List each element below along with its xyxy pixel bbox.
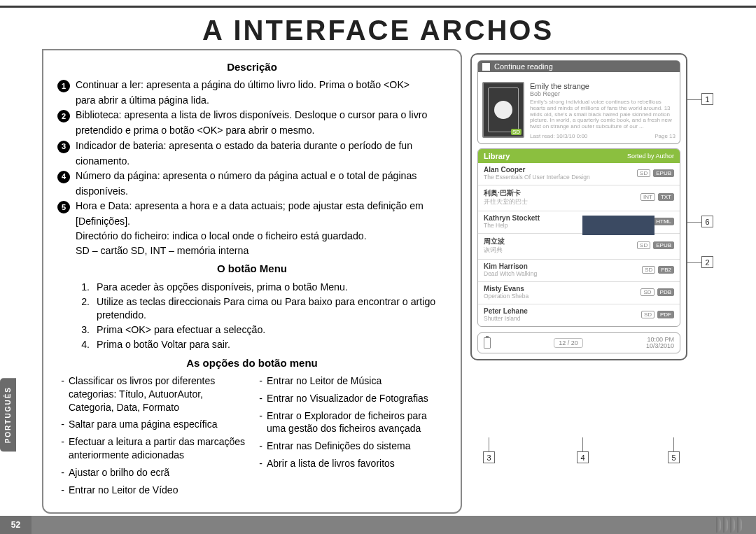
- menu-heading: O botão Menu: [57, 262, 447, 276]
- menu-steps: Para aceder às opções disponíveis, prima…: [92, 281, 447, 352]
- page-title: A INTERFACE ARCHOS: [0, 8, 756, 49]
- opt: Entrar nas Definições do sistema: [267, 440, 447, 453]
- library-row: 利奥·巴斯卡开往天堂的巴士INTTXT: [478, 185, 680, 211]
- continue-label: Continue reading: [494, 62, 553, 71]
- desc-1: Continuar a ler: apresenta a página do ú…: [76, 78, 447, 92]
- library-row: Peter LehaneShutter IslandSDPDF: [478, 304, 680, 326]
- book-cover: SD: [482, 82, 524, 138]
- library-panel: Library Sorted by Author Alan CooperThe …: [477, 148, 680, 327]
- device-frame: Continue reading SD Emily the strange Bo…: [470, 53, 687, 360]
- date: 10/3/2010: [646, 343, 674, 349]
- row-format: EPUB: [653, 241, 674, 249]
- battery-icon: [484, 337, 491, 349]
- footer-decoration: [716, 517, 742, 533]
- bullet-4: 4: [57, 171, 70, 183]
- menu-step: Prima <OK> para efectuar a selecção.: [92, 323, 447, 337]
- menu-step: Prima o botão Voltar para sair.: [92, 338, 447, 351]
- row-author: Misty Evans: [484, 285, 528, 293]
- row-loc: SD: [641, 311, 654, 318]
- bullet-3: 3: [57, 141, 70, 153]
- callout-4: 4: [577, 451, 589, 463]
- row-author: Kathryn Stockett: [484, 214, 540, 222]
- page-number: 52: [0, 516, 31, 534]
- opt: Entrar no Leitor de Música: [267, 374, 447, 388]
- row-title: 开往天堂的巴士: [484, 198, 528, 206]
- opt: Abrir a lista de livros favoritos: [267, 457, 447, 470]
- opt: Saltar para uma página específica: [69, 418, 248, 431]
- row-title: Shutter Island: [484, 315, 528, 322]
- last-read: Last read: 10/3/10 0:00: [530, 133, 587, 139]
- desc-2: Biblioteca: apresenta a lista de livros …: [76, 108, 447, 122]
- opts-left: -Classificar os livros por diferentes ca…: [57, 374, 248, 501]
- opts-right: -Entrar no Leitor de Música -Entrar no V…: [255, 374, 447, 501]
- callout-1: 1: [701, 93, 713, 105]
- continue-reading-card: Continue reading SD Emily the strange Bo…: [477, 60, 680, 144]
- callout-6: 6: [701, 216, 713, 227]
- row-format: PDF: [657, 311, 674, 318]
- bullet-5: 5: [57, 201, 70, 213]
- desc-5: Hora e Data: apresenta a hora e a data a…: [76, 199, 447, 213]
- desc-5b: [Definições].: [76, 215, 447, 228]
- bullet-1: 1: [57, 80, 70, 92]
- library-label: Library: [484, 152, 510, 160]
- text-panel: Descrição 1Continuar a ler: apresenta a …: [42, 49, 462, 514]
- opt: Entrar o Explorador de ficheiros para um…: [267, 409, 447, 436]
- desc-6a: Directório do ficheiro: indica o local o…: [76, 230, 447, 243]
- highlight-bar: [582, 216, 654, 235]
- page-indicator: Page 13: [654, 133, 676, 139]
- status-bar: 12 / 20 10:00 PM 10/3/2010: [477, 332, 680, 353]
- opt: Ajustar o brilho do ecrã: [69, 466, 248, 479]
- bullet-2: 2: [57, 110, 70, 122]
- callout-5: 5: [668, 451, 680, 463]
- desc-4b: disponíveis.: [76, 185, 447, 198]
- book-blurb: Emily's strong individual voice continue…: [530, 99, 676, 130]
- row-title: The Essentials Of User Interface Design: [484, 174, 590, 181]
- row-title: Dead Witch Walking: [484, 270, 537, 277]
- language-tab: PORTUGUÊS: [0, 378, 16, 451]
- opt: Efectuar a leitura a partir das marcaçõe…: [69, 435, 248, 462]
- callout-2: 2: [701, 256, 713, 268]
- desc-3b: cionamento.: [76, 155, 447, 168]
- page-footer: 52: [0, 516, 756, 534]
- desc-1b: para abrir a última página lida.: [76, 94, 447, 107]
- row-loc: INT: [640, 193, 655, 201]
- desc-2b: pretendido e prima o botão <OK> para abr…: [76, 124, 447, 137]
- row-loc: SD: [642, 266, 655, 274]
- library-row: Kim HarrisonDead Witch WalkingSDFB2: [478, 259, 680, 281]
- row-loc: SD: [637, 169, 650, 177]
- desc-6b: SD – cartão SD, INT – memória interna: [76, 244, 447, 258]
- device-panel: Continue reading SD Emily the strange Bo…: [470, 49, 735, 514]
- row-format: EPUB: [653, 169, 674, 177]
- row-author: Peter Lehane: [484, 307, 528, 315]
- desc-4: Número da página: apresenta o número da …: [76, 169, 447, 183]
- row-author: Kim Harrison: [484, 262, 537, 270]
- opts-heading: As opções do botão menu: [57, 356, 447, 370]
- row-author: 周立波: [484, 237, 505, 246]
- callout-3: 3: [483, 451, 495, 463]
- row-format: TXT: [658, 193, 674, 201]
- opt: Entrar no Visualizador de Fotografias: [267, 392, 447, 405]
- datetime: 10:00 PM 10/3/2010: [646, 337, 674, 349]
- sorted-by: Sorted by Author: [627, 153, 674, 160]
- library-row: Alan CooperThe Essentials Of User Interf…: [478, 163, 680, 185]
- row-title: 诙词典: [484, 246, 505, 255]
- desc-3: Indicador de bateria: apresenta o estado…: [76, 139, 447, 153]
- sd-badge: SD: [511, 129, 522, 135]
- page-count: 12 / 20: [554, 338, 583, 348]
- row-title: The Help: [484, 222, 540, 229]
- row-loc: SD: [637, 241, 650, 249]
- book-title: Emily the strange: [530, 82, 676, 90]
- menu-step: Utilize as teclas direccionais Para cima…: [92, 295, 447, 322]
- opt: Classificar os livros por diferentes cat…: [69, 374, 248, 414]
- book-author: Bob Reger: [530, 90, 676, 97]
- row-author: Alan Cooper: [484, 166, 590, 174]
- menu-step: Para aceder às opções disponíveis, prima…: [92, 281, 447, 294]
- opt: Entrar no Leitor de Vídeo: [69, 484, 248, 497]
- row-title: Operation Sheba: [484, 293, 528, 300]
- row-format: HTML: [653, 218, 674, 225]
- row-author: 利奥·巴斯卡: [484, 188, 528, 198]
- library-row: Misty EvansOperation ShebaSDPDB: [478, 281, 680, 304]
- library-row: 周立波诙词典SDEPUB: [478, 233, 680, 259]
- row-format: FB2: [658, 266, 674, 274]
- row-format: PDB: [657, 288, 674, 296]
